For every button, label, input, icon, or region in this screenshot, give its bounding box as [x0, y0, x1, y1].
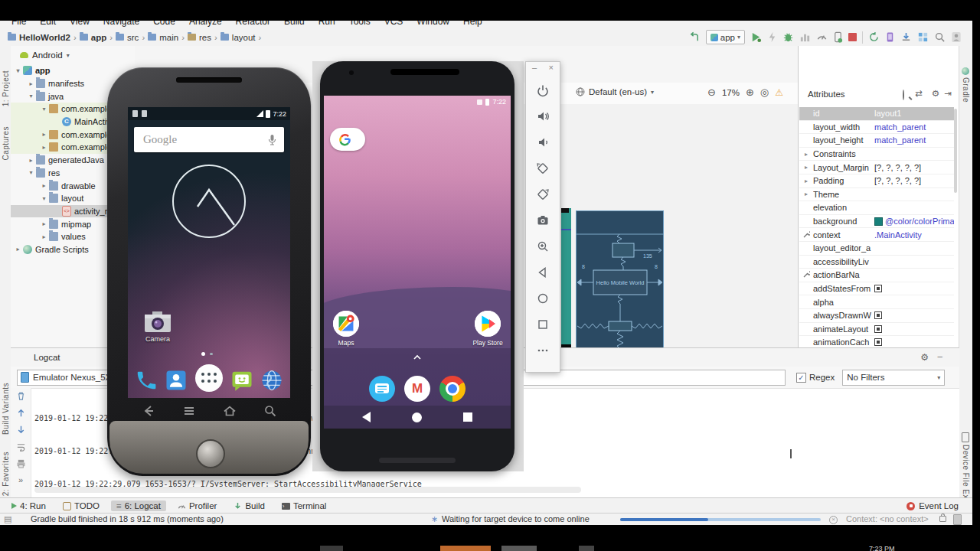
zoom-in-button[interactable]: ⊕	[746, 86, 754, 98]
print-icon[interactable]	[16, 458, 26, 468]
tool-tab-logcat[interactable]: ≡6: Logcat	[111, 500, 166, 511]
hide-panel-icon[interactable]: ⇥	[944, 88, 952, 99]
chevron-collapsed-icon[interactable]: ▸	[14, 246, 22, 253]
home-button[interactable]	[222, 404, 237, 418]
chevron-expanded-icon[interactable]: ▾	[27, 93, 35, 99]
event-log-button[interactable]: Event Log	[906, 501, 959, 510]
clear-logcat-icon[interactable]	[16, 391, 26, 401]
contacts-app-icon[interactable]	[165, 369, 188, 392]
horizontal-scrollbar[interactable]	[34, 487, 581, 493]
attr-row-padding[interactable]: ▸Padding[?, ?, ?, ?, ?]	[799, 174, 954, 188]
maps-app-shortcut[interactable]: Maps	[333, 311, 359, 337]
volume-up-button[interactable]	[526, 105, 560, 128]
chevron-collapsed-icon[interactable]: ▸	[40, 144, 48, 151]
design-view-preview[interactable]	[561, 208, 571, 354]
breadcrumb-src[interactable]: src	[116, 33, 139, 42]
scrollbar[interactable]	[954, 109, 957, 193]
chevron-collapsed-icon[interactable]: ▸	[799, 164, 813, 171]
zoom-button[interactable]	[526, 235, 560, 258]
attr-row-context[interactable]: context.MainActivity	[799, 228, 954, 242]
back-button[interactable]	[362, 412, 371, 422]
chevron-expanded-icon[interactable]: ▾	[27, 169, 35, 176]
overview-button[interactable]	[526, 313, 560, 336]
avd-manager-button[interactable]	[885, 31, 895, 43]
tool-tab-gradle[interactable]: Gradle	[962, 67, 970, 104]
home-button[interactable]	[412, 412, 422, 422]
more-button[interactable]	[526, 339, 560, 362]
chevron-collapsed-icon[interactable]: ▸	[40, 220, 48, 227]
trackball[interactable]	[196, 439, 225, 468]
menu-button[interactable]	[181, 404, 197, 418]
attr-row-elevation[interactable]: elevation	[799, 201, 954, 215]
breadcrumb-app[interactable]: app	[80, 33, 106, 42]
power-button[interactable]	[526, 79, 560, 102]
overview-button[interactable]	[463, 412, 472, 422]
tool-tab-build-variants[interactable]: Build Variants	[2, 383, 10, 436]
messages-app-icon[interactable]	[369, 376, 395, 402]
attr-row-actionbar[interactable]: actionBarNa	[799, 269, 954, 282]
regex-checkbox[interactable]: ✓ Regex	[796, 373, 835, 383]
attr-row-layout-height[interactable]: layout_heightmatch_parent	[799, 134, 954, 148]
taskbar-item[interactable]	[320, 546, 343, 551]
minimize-button[interactable]: –	[532, 63, 537, 72]
profiler-button[interactable]	[816, 31, 828, 43]
google-pill[interactable]	[330, 128, 365, 151]
chevron-expanded-icon[interactable]: ▾	[40, 195, 48, 202]
tool-tab-todo[interactable]: TODO	[57, 500, 105, 511]
back-button[interactable]	[141, 404, 156, 418]
soft-wrap-icon[interactable]	[16, 442, 26, 452]
app-drawer-caret-icon[interactable]	[413, 354, 422, 360]
run-configuration-select[interactable]: app ▾	[706, 30, 745, 44]
toggle-icon[interactable]	[874, 285, 882, 292]
taskbar-item[interactable]	[579, 546, 594, 551]
attr-row-layout-editor[interactable]: layout_editor_a	[799, 242, 954, 256]
gmail-app-icon[interactable]: M	[404, 376, 430, 402]
home-button[interactable]	[526, 287, 560, 310]
stop-button[interactable]	[848, 33, 857, 41]
search-button[interactable]	[263, 404, 278, 418]
debug-button[interactable]	[782, 31, 794, 43]
zoom-out-button[interactable]: ⊖	[707, 86, 716, 98]
tool-tab-run[interactable]: 4: Run	[6, 500, 51, 511]
volume-down-button[interactable]	[526, 131, 560, 154]
attr-row-layout-width[interactable]: layout_widthmatch_parent	[799, 121, 954, 135]
gradle-sync-button[interactable]	[868, 31, 880, 43]
toggle-icon[interactable]	[874, 325, 882, 333]
google-search-bar[interactable]: Google	[134, 127, 284, 152]
color-swatch[interactable]	[874, 217, 883, 226]
attr-row-alpha[interactable]: alpha	[799, 295, 954, 309]
search-everywhere-button[interactable]	[934, 31, 946, 43]
close-button[interactable]: ×	[549, 63, 554, 72]
attr-row-background[interactable]: background@color/colorPrima	[799, 215, 954, 229]
tool-tab-profiler[interactable]: Profiler	[172, 500, 222, 511]
project-view-selector[interactable]: Android ▾	[11, 46, 135, 64]
camera-app-shortcut[interactable]: Camera	[139, 311, 177, 343]
back-arrow-icon[interactable]	[689, 31, 701, 43]
breadcrumb-project[interactable]: HelloWorld2	[8, 33, 70, 42]
chevron-collapsed-icon[interactable]: ▸	[799, 191, 813, 197]
gear-icon[interactable]: ⚙	[932, 88, 939, 99]
phone-app-icon[interactable]	[135, 369, 158, 392]
attr-row-animatelayout[interactable]: animateLayout	[799, 323, 954, 337]
rotate-right-button[interactable]	[526, 183, 560, 206]
chevron-collapsed-icon[interactable]: ▸	[799, 178, 813, 184]
expand-all-icon[interactable]: »	[18, 475, 23, 484]
play-store-app-shortcut[interactable]: Play Store	[475, 311, 501, 337]
search-icon[interactable]	[903, 90, 904, 99]
warning-icon[interactable]: ⚠	[775, 87, 783, 98]
minimize-tool-icon[interactable]: –	[938, 351, 942, 360]
attach-debugger-icon[interactable]	[833, 31, 843, 43]
toggle-icon[interactable]	[874, 311, 882, 319]
coverage-icon[interactable]	[799, 31, 811, 43]
attr-row-addstates[interactable]: addStatesFrom	[799, 282, 954, 296]
locale-selector[interactable]: Default (en-us) ▾	[576, 87, 654, 96]
tool-tab-favorites[interactable]: 2: Favorites	[2, 452, 10, 497]
phone-screen[interactable]: 7:22 Maps	[324, 96, 511, 429]
lock-icon[interactable]	[939, 516, 946, 522]
chevron-collapsed-icon[interactable]: ▸	[40, 233, 48, 240]
breadcrumb-layout[interactable]: layout	[220, 33, 256, 42]
taskbar-item[interactable]	[501, 546, 537, 551]
avatar-icon[interactable]	[951, 31, 962, 43]
messaging-app-icon[interactable]	[230, 369, 253, 392]
attr-row-accessibility[interactable]: accessibilityLiv	[799, 256, 954, 269]
